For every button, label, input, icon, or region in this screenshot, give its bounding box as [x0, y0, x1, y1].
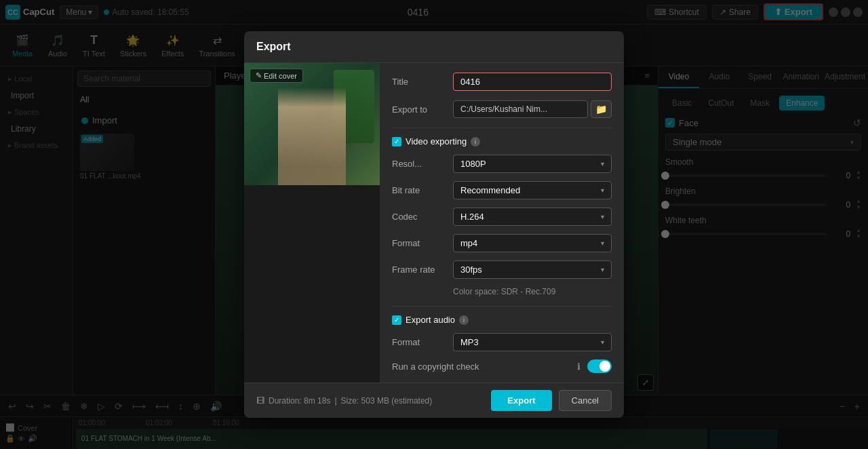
codec-label: Codec — [392, 212, 446, 222]
title-input[interactable] — [453, 73, 612, 91]
video-checkbox[interactable]: ✓ — [392, 137, 401, 147]
modal-body: ✎ Edit cover Title Ex — [244, 63, 624, 383]
codec-row: Codec H.264 ▾ — [392, 208, 612, 226]
separator: | — [334, 396, 336, 406]
format-arrow-icon: ▾ — [601, 239, 604, 247]
format-value: mp4 — [460, 238, 477, 248]
framerate-label: Frame rate — [392, 265, 446, 275]
export-button[interactable]: Export — [491, 390, 551, 411]
size-text: Size: 503 MB (estimated) — [341, 396, 433, 406]
video-section-label: Video exporting — [406, 136, 467, 147]
format-row: Format mp4 ▾ — [392, 234, 612, 252]
framerate-arrow-icon: ▾ — [601, 266, 604, 273]
cancel-button[interactable]: Cancel — [559, 390, 612, 411]
footer-info: 🎞 Duration: 8m 18s | Size: 503 MB (estim… — [256, 396, 432, 406]
divider-1 — [392, 128, 612, 128]
preview-person-figure — [278, 87, 346, 185]
format-select[interactable]: mp4 ▾ — [453, 234, 612, 252]
browse-folder-button[interactable]: 📁 — [591, 100, 612, 118]
resolution-arrow-icon: ▾ — [601, 160, 604, 168]
codec-arrow-icon: ▾ — [601, 213, 604, 220]
divider-2 — [392, 306, 612, 307]
preview-image: ✎ Edit cover — [244, 63, 380, 185]
audio-checkbox[interactable]: ✓ — [392, 315, 401, 325]
toggle-knob — [599, 361, 610, 372]
export-modal: Export ✎ Edit cover Tit — [244, 31, 624, 418]
modal-header: Export — [244, 31, 624, 63]
bitrate-row: Bit rate Recommended ▾ — [392, 181, 612, 199]
duration-text: Duration: 8m 18s — [269, 396, 330, 406]
audio-section-label: Export audio — [406, 315, 455, 325]
color-space-info: Color space: SDR - Rec.709 — [392, 287, 612, 296]
modal-preview: ✎ Edit cover — [244, 63, 380, 383]
edit-cover-button[interactable]: ✎ Edit cover — [250, 69, 303, 83]
framerate-row: Frame rate 30fps ▾ — [392, 260, 612, 279]
modal-form: Title Export to 📁 — [380, 63, 624, 383]
modal-form-inner: Title Export to 📁 — [380, 63, 624, 383]
copyright-toggle[interactable] — [587, 359, 612, 373]
video-info-icon: i — [471, 137, 480, 147]
export-path-input[interactable] — [453, 100, 588, 118]
framerate-value: 30fps — [460, 265, 482, 275]
resolution-select[interactable]: 1080P ▾ — [453, 155, 612, 173]
title-row: Title — [392, 73, 612, 91]
copyright-label: Run a copyright check — [392, 362, 570, 372]
resolution-label: Resol... — [392, 159, 446, 169]
codec-value: H.264 — [460, 212, 484, 222]
film-icon: 🎞 — [256, 396, 264, 406]
modal-footer: 🎞 Duration: 8m 18s | Size: 503 MB (estim… — [244, 383, 624, 418]
bitrate-arrow-icon: ▾ — [601, 187, 604, 194]
audio-format-label: Format — [392, 337, 446, 347]
modal-overlay: Export ✎ Edit cover Tit — [0, 0, 868, 449]
codec-select[interactable]: H.264 ▾ — [453, 208, 612, 226]
audio-info-icon: i — [459, 315, 469, 325]
copyright-info-icon: ℹ — [577, 362, 580, 372]
bitrate-select[interactable]: Recommended ▾ — [453, 181, 612, 199]
copyright-row: Run a copyright check ℹ — [392, 359, 612, 373]
bitrate-value: Recommended — [460, 185, 520, 195]
resolution-row: Resol... 1080P ▾ — [392, 155, 612, 173]
framerate-select[interactable]: 30fps ▾ — [453, 260, 612, 279]
export-to-label: Export to — [392, 104, 446, 115]
audio-format-row: Format MP3 ▾ — [392, 333, 612, 351]
modal-title: Export — [256, 41, 291, 52]
video-section-title: ✓ Video exporting i — [392, 136, 612, 147]
audio-section-title: ✓ Export audio i — [392, 315, 612, 325]
bitrate-label: Bit rate — [392, 185, 446, 195]
export-to-row: Export to 📁 — [392, 100, 612, 118]
audio-format-select[interactable]: MP3 ▾ — [453, 333, 612, 351]
footer-actions: Export Cancel — [491, 390, 612, 411]
pencil-icon: ✎ — [256, 71, 262, 80]
audio-format-value: MP3 — [460, 337, 479, 347]
audio-format-arrow-icon: ▾ — [601, 338, 604, 346]
export-path-container: 📁 — [453, 100, 612, 118]
title-field-label: Title — [392, 77, 446, 87]
format-label: Format — [392, 238, 446, 248]
resolution-value: 1080P — [460, 159, 486, 169]
